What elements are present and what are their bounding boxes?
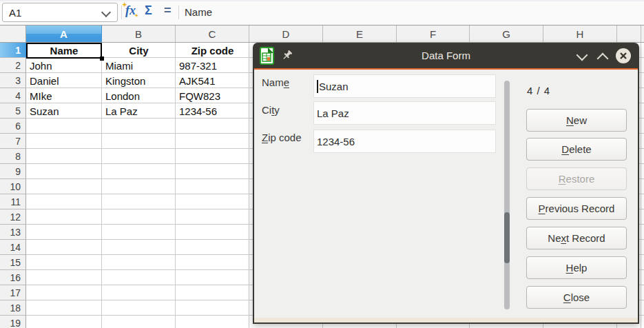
mnemonic-underline: P — [539, 203, 546, 214]
column-header-H[interactable]: H — [543, 25, 617, 42]
close-icon[interactable] — [615, 48, 632, 64]
previous-record-button[interactable]: Previous Record — [526, 197, 627, 220]
record-indicator: 4 / 4 — [527, 85, 550, 96]
row-header-12[interactable]: 12 — [0, 209, 26, 225]
field-input-name[interactable]: Suzan — [313, 74, 496, 98]
text-caret — [317, 80, 318, 93]
restore-button: Restore — [526, 167, 627, 190]
mnemonic-underline: Z — [262, 132, 268, 143]
grid-line — [641, 43, 641, 328]
cell-A4[interactable]: MIke — [26, 88, 102, 103]
row-header-7[interactable]: 7 — [0, 134, 26, 149]
row-header-11[interactable]: 11 — [0, 194, 26, 209]
column-header-A[interactable]: A — [26, 25, 102, 42]
cell-C1[interactable]: Zip code — [176, 43, 249, 58]
cell-C3[interactable]: AJK541 — [176, 73, 249, 88]
row-header-1[interactable]: 1 — [0, 43, 26, 58]
column-header-B[interactable]: B — [102, 25, 176, 42]
row-header-14[interactable]: 14 — [0, 240, 26, 255]
field-value: 1234-56 — [317, 136, 355, 147]
dialog-titlebar[interactable]: Data Form — [253, 43, 639, 68]
field-input-zip-code[interactable]: 1234-56 — [313, 130, 496, 153]
column-header-D[interactable]: D — [249, 25, 323, 42]
cell-reference: A1 — [9, 7, 21, 19]
row-header-10[interactable]: 10 — [0, 179, 26, 194]
field-label-name: Name — [262, 76, 289, 88]
row-header-18[interactable]: 18 — [0, 300, 26, 316]
libreoffice-calc-window: A1 ✦fx✦ Σ = Name ABCDEFGH 12345678910111… — [0, 0, 644, 328]
mnemonic-underline: H — [566, 262, 574, 274]
cell-B4[interactable]: London — [102, 88, 176, 103]
close-button[interactable]: Close — [526, 286, 627, 309]
chevron-down-icon[interactable] — [101, 8, 111, 17]
column-header-G[interactable]: G — [470, 25, 543, 42]
cell-A2[interactable]: John — [26, 58, 102, 73]
cell-C4[interactable]: FQW823 — [176, 88, 249, 103]
row-header-13[interactable]: 13 — [0, 225, 26, 240]
row-header-15[interactable]: 15 — [0, 255, 26, 270]
field-label-city: City — [262, 104, 280, 116]
mnemonic-underline: D — [561, 143, 569, 155]
row-header-4[interactable]: 4 — [0, 88, 26, 103]
select-all-corner[interactable] — [0, 25, 26, 42]
column-header-partial[interactable] — [617, 25, 641, 42]
toolbar-top-edge — [0, 0, 644, 1]
cell-B2[interactable]: Miami — [102, 58, 176, 73]
row-header-19[interactable]: 19 — [0, 316, 26, 328]
row-header-5[interactable]: 5 — [0, 103, 26, 119]
help-button[interactable]: Help — [526, 256, 627, 279]
column-headers: ABCDEFGH — [0, 25, 644, 43]
mnemonic-underline: R — [559, 173, 566, 185]
row-header-17[interactable]: 17 — [0, 285, 26, 300]
cell-A3[interactable]: Daniel — [26, 73, 102, 88]
mnemonic-underline: t — [271, 104, 274, 116]
column-header-C[interactable]: C — [176, 25, 249, 42]
data-form-dialog: Data Form NameSuzanCityLa PazZip code123… — [253, 43, 639, 324]
delete-button[interactable]: Delete — [526, 138, 627, 161]
formula-toolbar: A1 ✦fx✦ Σ = Name — [0, 0, 644, 25]
row-headers: 12345678910111213141516171819 — [0, 43, 26, 328]
mnemonic-underline: N — [566, 114, 574, 126]
column-header-E[interactable]: E — [323, 25, 397, 42]
field-value: Suzan — [319, 81, 349, 92]
cell-B1[interactable]: City — [102, 43, 176, 58]
cell-C5[interactable]: 1234-56 — [176, 103, 249, 119]
scrollbar-thumb[interactable] — [504, 212, 510, 263]
row-header-16[interactable]: 16 — [0, 270, 26, 285]
toolbar-separator — [178, 6, 179, 19]
cell-C2[interactable]: 987-321 — [176, 58, 249, 73]
column-header-F[interactable]: F — [397, 25, 470, 42]
row-header-3[interactable]: 3 — [0, 73, 26, 88]
mnemonic-underline: e — [284, 76, 289, 88]
next-record-button[interactable]: Next Record — [526, 227, 627, 249]
equals-icon[interactable]: = — [164, 3, 172, 18]
selected-cell-border — [26, 43, 102, 59]
row-header-2[interactable]: 2 — [0, 58, 26, 73]
field-label-zip-code: Zip code — [262, 132, 302, 143]
field-value: La Paz — [317, 107, 349, 119]
row-header-9[interactable]: 9 — [0, 164, 26, 179]
field-input-city[interactable]: La Paz — [313, 101, 496, 125]
cell-A5[interactable]: Suzan — [26, 103, 102, 119]
function-wizard-icon[interactable]: ✦fx✦ — [125, 3, 136, 18]
dialog-scrollbar[interactable] — [504, 81, 510, 309]
mnemonic-underline: C — [563, 291, 571, 303]
row-header-8[interactable]: 8 — [0, 149, 26, 164]
mnemonic-underline: x — [561, 232, 566, 244]
cell-B5[interactable]: La Paz — [102, 103, 176, 119]
row-header-6[interactable]: 6 — [0, 119, 26, 134]
new-button[interactable]: New — [526, 109, 627, 132]
formula-input[interactable]: Name — [185, 6, 212, 18]
cell-B3[interactable]: Kingston — [102, 73, 176, 88]
name-box[interactable]: A1 — [2, 3, 118, 22]
fill-handle[interactable] — [100, 57, 104, 61]
sum-icon[interactable]: Σ — [145, 3, 152, 18]
